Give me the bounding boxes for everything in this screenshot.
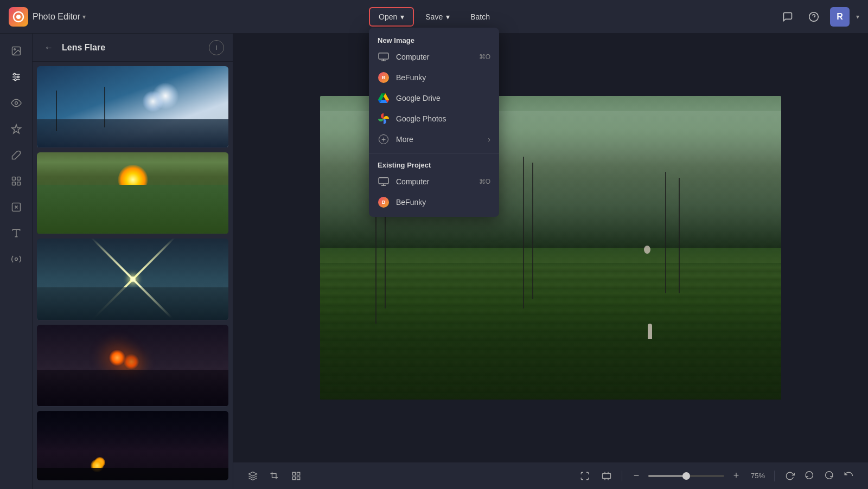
avatar[interactable]: R (830, 7, 850, 27)
crop-fit-button[interactable] (598, 467, 615, 485)
reset-icon (844, 471, 853, 481)
svg-point-12 (15, 102, 17, 105)
zoom-out-button[interactable]: − (629, 468, 644, 484)
panel-item-last[interactable] (37, 411, 228, 480)
sidebar-icon-graphics[interactable] (5, 248, 27, 270)
panel-item-sun-beam[interactable]: Sun Beam (37, 239, 228, 320)
svg-rect-21 (292, 477, 295, 479)
panel-item-label-sun-beam: Sun Beam (37, 320, 228, 320)
save-button-chevron: ▾ (446, 12, 450, 21)
fullscreen-button[interactable] (576, 467, 593, 485)
header: Photo Editor ▾ Open ▾ Save ▾ Batch R (0, 0, 868, 34)
grid-toolbar-button[interactable] (288, 467, 305, 485)
open-button-label: Open (379, 12, 397, 21)
layers-icon (11, 176, 22, 186)
panel-item-thumb-warm (37, 325, 228, 406)
bottom-toolbar: − + 75% (233, 462, 868, 489)
svg-point-11 (14, 79, 16, 80)
panel-item-simple[interactable]: Simple (37, 66, 228, 148)
sidebar-icon-mask[interactable] (5, 196, 27, 218)
eye-icon (11, 98, 22, 108)
header-center-actions: Open ▾ Save ▾ Batch (369, 7, 499, 27)
panel-item-label-simple: Simple (37, 147, 228, 148)
canvas-image (320, 96, 781, 400)
save-button-label: Save (425, 12, 443, 21)
adjustments-icon (11, 72, 22, 82)
sidebar-icon-photos[interactable] (5, 40, 27, 62)
svg-rect-13 (12, 177, 15, 181)
svg-point-18 (15, 258, 17, 261)
panel-info-button[interactable]: i (209, 40, 224, 55)
panel-back-button[interactable]: ← (41, 40, 56, 55)
save-button[interactable]: Save ▾ (416, 7, 459, 27)
refresh-button[interactable] (781, 467, 799, 485)
svg-rect-15 (12, 182, 15, 185)
undo-button[interactable] (801, 467, 818, 485)
svg-point-2 (809, 12, 819, 21)
paint-icon (11, 150, 22, 160)
app-title-chevron[interactable]: ▾ (82, 13, 86, 21)
sidebar-icon-paint[interactable] (5, 144, 27, 166)
canvas-main (233, 34, 868, 462)
svg-point-1 (16, 15, 21, 19)
sidebar-icon-eye[interactable] (5, 92, 27, 114)
layers-toolbar-button[interactable] (244, 467, 261, 485)
photos-icon (11, 46, 22, 56)
panel-sidebar: ← Lens Flare i Simple (33, 34, 233, 489)
app-logo (9, 7, 28, 27)
zoom-slider-thumb (682, 472, 690, 480)
svg-point-10 (17, 76, 18, 78)
sidebar-icon-text[interactable] (5, 222, 27, 244)
mask-icon (11, 202, 22, 213)
zoom-in-button[interactable]: + (729, 468, 744, 484)
chat-icon (782, 11, 793, 22)
chat-icon-button[interactable] (778, 7, 797, 27)
undo-icon (805, 471, 814, 481)
panel-item-thumb-simple (37, 66, 228, 147)
graphics-icon (11, 254, 22, 265)
panel-item-label-sunny-day: Sunny Day (37, 234, 228, 234)
layers-toolbar-icon (248, 471, 258, 481)
redo-icon (824, 471, 834, 481)
zoom-slider-fill (648, 475, 686, 477)
panel-item-label-warm-sun: Warm Sun (37, 406, 228, 407)
grid-icon (291, 471, 301, 481)
canvas-area: − + 75% (233, 34, 868, 489)
crop-fit-icon (602, 471, 611, 481)
header-right: R ▾ (778, 7, 859, 27)
panel-header: ← Lens Flare i (33, 34, 233, 62)
svg-rect-22 (297, 477, 300, 479)
svg-rect-16 (17, 182, 20, 185)
text-icon (11, 228, 22, 239)
panel-item-thumb-last (37, 411, 228, 480)
sidebar-icon-sparkle[interactable] (5, 118, 27, 140)
open-button-chevron: ▾ (400, 12, 404, 21)
panel-item-sunny-day[interactable]: Sunny Day (37, 152, 228, 234)
svg-point-9 (14, 73, 15, 75)
zoom-controls: − + 75% (629, 468, 768, 484)
svg-rect-20 (297, 472, 300, 475)
help-icon-button[interactable] (804, 7, 824, 27)
batch-button-label: Batch (470, 12, 490, 21)
open-button[interactable]: Open ▾ (369, 7, 414, 27)
crop-icon (270, 471, 279, 481)
fullscreen-icon (580, 471, 590, 481)
sidebar-icon-layers[interactable] (5, 170, 27, 192)
avatar-chevron[interactable]: ▾ (856, 13, 859, 21)
panel-item-thumb-sunny (37, 152, 228, 234)
refresh-icon (785, 471, 795, 481)
redo-button[interactable] (820, 467, 838, 485)
svg-rect-14 (17, 177, 20, 181)
crop-toolbar-button[interactable] (266, 467, 283, 485)
sidebar-icon-adjustments[interactable] (5, 66, 27, 88)
zoom-slider[interactable] (648, 475, 724, 477)
reset-button[interactable] (840, 467, 857, 485)
panel-item-warm-sun[interactable]: Warm Sun (37, 325, 228, 407)
zoom-value: 75% (748, 472, 768, 480)
panel-list: Simple Sunny Day Sun Beam (33, 62, 233, 489)
toolbar-right-buttons (781, 467, 857, 485)
panel-title: Lens Flare (62, 43, 203, 53)
batch-button[interactable]: Batch (461, 7, 499, 27)
main-body: ← Lens Flare i Simple (0, 34, 868, 489)
svg-rect-19 (292, 472, 295, 475)
